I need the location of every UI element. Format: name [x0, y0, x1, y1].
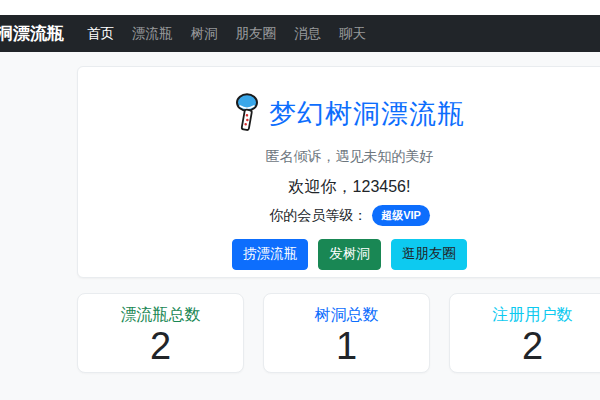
vip-level-row: 你的会员等级： 超级VIP — [78, 205, 600, 226]
wind-chime-icon — [234, 93, 261, 135]
nav-item-treehole[interactable]: 树洞 — [182, 25, 227, 43]
stat-value-treeholes: 1 — [264, 327, 429, 367]
stats-row: 漂流瓶总数 2 树洞总数 1 注册用户数 2 — [77, 293, 600, 373]
top-edge-strip — [0, 0, 600, 15]
post-treehole-button[interactable]: 发树洞 — [318, 239, 381, 270]
nav-item-bottles[interactable]: 漂流瓶 — [123, 25, 182, 43]
stat-label-treeholes: 树洞总数 — [264, 305, 429, 326]
vip-level-label: 你的会员等级： — [269, 207, 367, 225]
fish-bottle-button[interactable]: 捞漂流瓶 — [232, 239, 308, 270]
stat-card-treeholes: 树洞总数 1 — [263, 293, 430, 373]
app-window: 梦幻树洞漂流瓶 首页 漂流瓶 树洞 朋友圈 消息 聊天 梦幻树洞漂流瓶 — [0, 0, 600, 400]
nav-item-messages[interactable]: 消息 — [285, 25, 330, 43]
hero-title-row: 梦幻树洞漂流瓶 — [78, 93, 600, 135]
stat-value-users: 2 — [450, 327, 600, 367]
navbar-brand[interactable]: 梦幻树洞漂流瓶 — [0, 22, 64, 45]
nav-item-chat[interactable]: 聊天 — [330, 25, 375, 43]
vip-badge: 超级VIP — [372, 205, 430, 226]
action-button-row: 捞漂流瓶 发树洞 逛朋友圈 — [78, 239, 600, 270]
stat-value-bottles: 2 — [78, 327, 243, 367]
stat-label-bottles: 漂流瓶总数 — [78, 305, 243, 326]
hero-subtitle: 匿名倾诉，遇见未知的美好 — [78, 148, 600, 166]
stat-label-users: 注册用户数 — [450, 305, 600, 326]
page-title: 梦幻树洞漂流瓶 — [269, 96, 465, 132]
hero-card: 梦幻树洞漂流瓶 匿名倾诉，遇见未知的美好 欢迎你，123456! 你的会员等级：… — [77, 66, 600, 278]
navbar: 梦幻树洞漂流瓶 首页 漂流瓶 树洞 朋友圈 消息 聊天 — [0, 15, 600, 52]
nav-item-moments[interactable]: 朋友圈 — [227, 25, 286, 43]
nav-item-home[interactable]: 首页 — [78, 25, 123, 43]
welcome-text: 欢迎你，123456! — [78, 177, 600, 198]
stat-card-bottles: 漂流瓶总数 2 — [77, 293, 244, 373]
browse-moments-button[interactable]: 逛朋友圈 — [391, 239, 467, 270]
stat-card-users: 注册用户数 2 — [449, 293, 600, 373]
nav-list: 首页 漂流瓶 树洞 朋友圈 消息 聊天 — [78, 25, 375, 43]
